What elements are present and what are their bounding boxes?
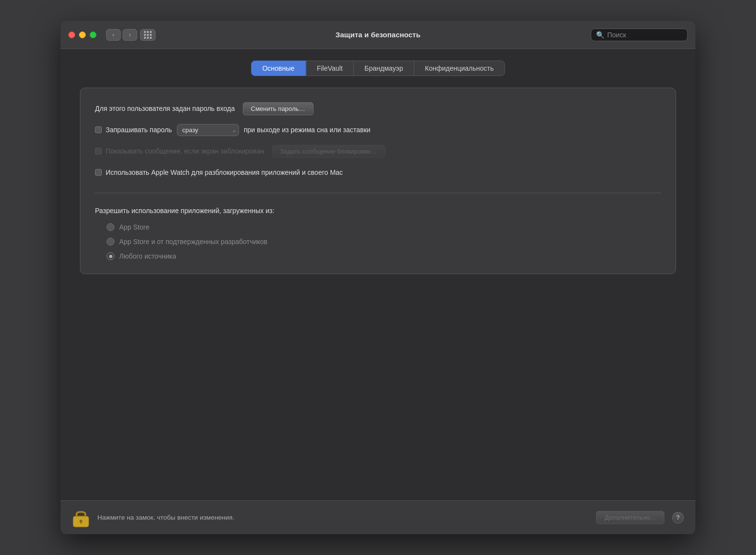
settings-panel: Для этого пользователя задан пароль вход…: [80, 88, 676, 274]
nav-buttons: ‹ ›: [106, 29, 137, 41]
ask-password-label-suffix: при выходе из режима сна или заставки: [244, 126, 371, 134]
show-message-checkbox[interactable]: [95, 148, 102, 154]
ask-password-label-prefix: Запрашивать пароль: [106, 126, 172, 134]
grid-icon: [144, 31, 152, 39]
ask-password-checkbox[interactable]: [95, 126, 102, 133]
minimize-button[interactable]: [79, 31, 86, 38]
show-message-label: Показывать сообщение, если экран заблоки…: [106, 147, 264, 155]
apple-watch-row: Использовать Apple Watch для разблокиров…: [95, 166, 661, 179]
password-delay-dropdown-wrapper[interactable]: сразу через 5 секунд через 1 минуту чере…: [177, 124, 239, 136]
ask-password-row: Запрашивать пароль сразу через 5 секунд …: [95, 123, 661, 137]
set-lock-message-button[interactable]: Задать сообщение блокировки…: [272, 145, 385, 158]
forward-icon: ›: [129, 31, 131, 38]
apple-watch-checkbox[interactable]: [95, 169, 102, 176]
password-delay-dropdown[interactable]: сразу через 5 секунд через 1 минуту чере…: [177, 124, 239, 136]
change-password-button[interactable]: Сменить пароль…: [243, 102, 314, 115]
traffic-lights: [68, 31, 96, 38]
maximize-button[interactable]: [90, 31, 96, 38]
grid-button[interactable]: [140, 29, 156, 41]
search-box[interactable]: 🔍: [591, 29, 688, 41]
section-divider: [95, 193, 661, 193]
tab-filevault[interactable]: FileVault: [306, 61, 353, 76]
radio-row-appstore: App Store: [107, 223, 661, 231]
svg-rect-2: [80, 521, 82, 524]
radio-appstore[interactable]: [107, 223, 114, 231]
radio-label-appstore-dev: App Store и от подтвержденных разработчи…: [119, 238, 268, 246]
close-button[interactable]: [68, 31, 75, 38]
password-label: Для этого пользователя задан пароль вход…: [95, 105, 235, 112]
radio-row-appstore-dev: App Store и от подтвержденных разработчи…: [107, 238, 661, 246]
back-button[interactable]: ‹: [106, 29, 121, 41]
search-icon: 🔍: [596, 31, 604, 39]
main-window: ‹ › Защита и безопасность 🔍 Основные Fil…: [61, 21, 695, 534]
tab-osnov[interactable]: Основные: [251, 61, 305, 76]
window-title: Защита и безопасность: [335, 31, 420, 39]
radio-any[interactable]: [107, 252, 114, 260]
lock-icon: [72, 508, 90, 528]
radio-label-any: Любого источника: [119, 252, 176, 260]
radio-appstore-dev[interactable]: [107, 238, 114, 246]
password-row: Для этого пользователя задан пароль вход…: [95, 102, 661, 115]
tab-konfid[interactable]: Конфиденциальность: [414, 61, 505, 76]
help-button[interactable]: ?: [672, 512, 684, 524]
apps-radio-group: App Store App Store и от подтвержденных …: [107, 223, 661, 260]
search-input[interactable]: [607, 31, 682, 39]
footer: Нажмите на замок, чтобы внести изменения…: [61, 500, 695, 534]
tab-brand[interactable]: Брандмауэр: [353, 61, 414, 76]
apple-watch-label: Использовать Apple Watch для разблокиров…: [106, 169, 343, 176]
footer-text: Нажмите на замок, чтобы внести изменения…: [97, 514, 588, 521]
content-area: Основные FileVault Брандмауэр Конфиденци…: [61, 49, 695, 500]
forward-button[interactable]: ›: [123, 29, 137, 41]
apps-section-label: Разрешить использование приложений, загр…: [95, 207, 661, 215]
show-message-row: Показывать сообщение, если экран заблоки…: [95, 144, 661, 158]
radio-label-appstore: App Store: [119, 223, 149, 231]
titlebar: ‹ › Защита и безопасность 🔍: [61, 21, 695, 49]
tabs-bar: Основные FileVault Брандмауэр Конфиденци…: [80, 61, 676, 76]
radio-row-any: Любого источника: [107, 252, 661, 260]
additional-button[interactable]: Дополнительно…: [596, 511, 664, 524]
back-icon: ‹: [112, 31, 114, 38]
